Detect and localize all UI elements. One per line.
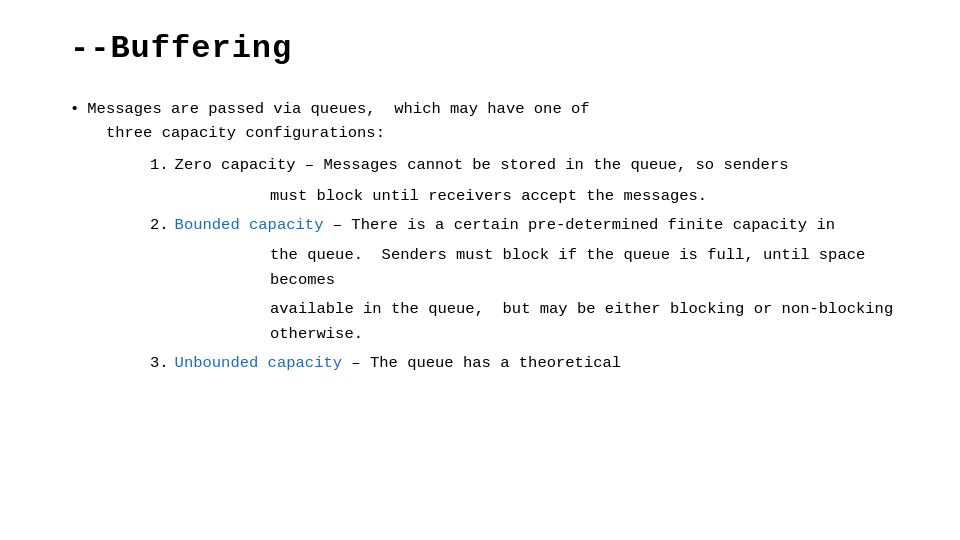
item-2-continuation-2: available in the queue, but may be eithe… xyxy=(270,297,900,347)
bounded-capacity-label: Bounded capacity xyxy=(175,216,324,234)
item-1-continuation: must block until receivers accept the me… xyxy=(270,184,900,209)
bullet-text: Messages are passed via queues, which ma… xyxy=(87,97,900,145)
item-2-content: Bounded capacity – There is a certain pr… xyxy=(175,213,900,238)
bullet-item: • Messages are passed via queues, which … xyxy=(70,97,900,145)
content-section: • Messages are passed via queues, which … xyxy=(70,97,900,375)
item-3-content: Unbounded capacity – The queue has a the… xyxy=(175,351,900,376)
list-item: 1. Zero capacity – Messages cannot be st… xyxy=(150,153,900,178)
unbounded-capacity-label: Unbounded capacity xyxy=(175,354,342,372)
item-number-1: 1. xyxy=(150,153,169,177)
item-1-content: Zero capacity – Messages cannot be store… xyxy=(175,153,900,178)
list-item: 3. Unbounded capacity – The queue has a … xyxy=(150,351,900,376)
page-title: --Buffering xyxy=(70,30,900,67)
item-2-continuation-1: the queue. Senders must block if the que… xyxy=(270,243,900,293)
item-number-2: 2. xyxy=(150,213,169,237)
list-item: 2. Bounded capacity – There is a certain… xyxy=(150,213,900,238)
item-number-3: 3. xyxy=(150,351,169,375)
bullet-dot: • xyxy=(70,97,79,121)
numbered-list: 1. Zero capacity – Messages cannot be st… xyxy=(150,153,900,375)
